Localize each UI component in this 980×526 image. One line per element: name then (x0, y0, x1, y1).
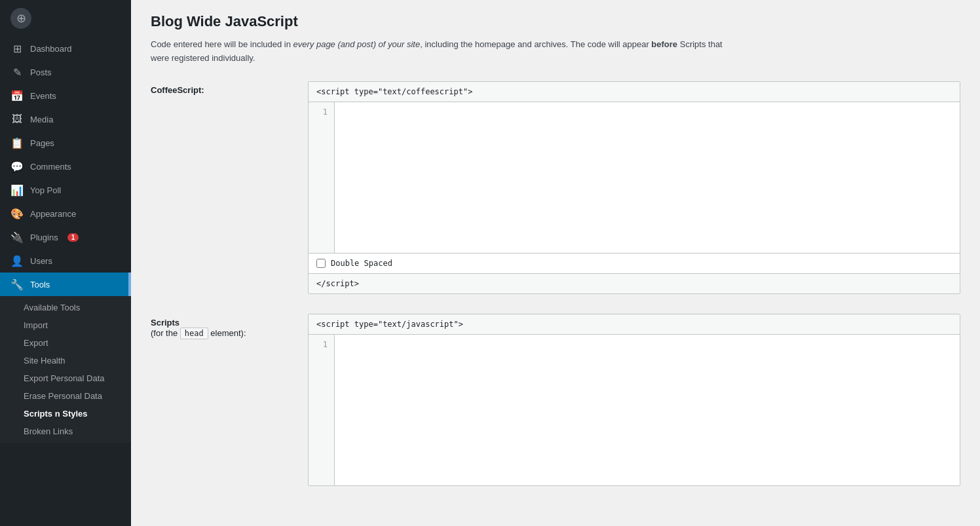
sidebar-item-label: Users (30, 256, 52, 266)
sidebar-item-users[interactable]: 👤 Users (0, 249, 131, 272)
sidebar-item-label: Pages (30, 138, 54, 148)
sidebar-item-events[interactable]: 📅 Events (0, 84, 131, 107)
sidebar-item-appearance[interactable]: 🎨 Appearance (0, 202, 131, 225)
posts-icon: ✎ (10, 66, 24, 79)
comments-icon: 💬 (10, 160, 24, 173)
wp-logo-icon: ⊕ (10, 8, 31, 29)
sidebar-item-label: Dashboard (30, 44, 72, 54)
sidebar-item-export[interactable]: Export (0, 334, 131, 352)
double-spaced-checkbox[interactable] (316, 259, 326, 268)
sidebar-item-broken-links[interactable]: Broken Links (0, 423, 131, 440)
double-spaced-label: Double Spaced (331, 259, 392, 268)
scripts-head-editor: <script type="text/javascript"> 1 (308, 314, 960, 486)
yop-poll-icon: 📊 (10, 183, 24, 197)
sidebar-item-label: Appearance (30, 209, 76, 219)
sidebar-item-label: Tools (30, 280, 50, 290)
coffeescript-checkbox-row: Double Spaced (309, 253, 960, 274)
coffeescript-line-numbers: 1 (309, 102, 335, 253)
coffeescript-footer: </script> (309, 274, 960, 293)
plugins-badge: 1 (67, 233, 79, 242)
sidebar-item-label: Media (30, 115, 53, 124)
sidebar-item-erase-personal-data[interactable]: Erase Personal Data (0, 387, 131, 405)
plugins-icon: 🔌 (10, 231, 24, 244)
sidebar-item-available-tools[interactable]: Available Tools (0, 299, 131, 316)
scripts-head-textarea[interactable] (335, 335, 960, 485)
sidebar-item-media[interactable]: 🖼 Media (0, 107, 131, 131)
sidebar-item-label: Yop Poll (30, 185, 61, 195)
tools-icon: 🔧 (10, 278, 24, 291)
scripts-head-row: Scripts (for the head element): <script … (151, 314, 960, 486)
sidebar-logo: ⊕ (0, 0, 131, 37)
coffeescript-body: 1 (309, 102, 960, 253)
scripts-head-label: Scripts (for the head element): (151, 314, 295, 339)
coffeescript-header: <script type="text/coffeescript"> (309, 82, 960, 102)
sidebar-item-yop-poll[interactable]: 📊 Yop Poll (0, 178, 131, 202)
coffeescript-textarea[interactable] (335, 102, 960, 253)
sidebar-item-label: Comments (30, 162, 71, 172)
scripts-head-body: 1 (309, 335, 960, 485)
sidebar-item-label: Plugins (30, 233, 58, 242)
sidebar-item-tools[interactable]: 🔧 Tools (0, 272, 131, 296)
pages-icon: 📋 (10, 136, 24, 149)
sidebar-item-export-personal-data[interactable]: Export Personal Data (0, 369, 131, 387)
coffeescript-row: CoffeeScript: <script type="text/coffees… (151, 81, 960, 294)
scripts-head-line-numbers: 1 (309, 335, 335, 485)
appearance-icon: 🎨 (10, 207, 24, 220)
sidebar-item-dashboard[interactable]: ⊞ Dashboard (0, 37, 131, 60)
users-icon: 👤 (10, 254, 24, 267)
events-icon: 📅 (10, 89, 24, 102)
scripts-head-label-sub: (for the head element): (151, 328, 246, 338)
head-badge: head (180, 328, 208, 339)
sidebar-item-pages[interactable]: 📋 Pages (0, 131, 131, 155)
media-icon: 🖼 (10, 113, 24, 126)
page-title: Blog Wide JavaScript (151, 13, 960, 30)
sidebar-item-site-health[interactable]: Site Health (0, 352, 131, 369)
page-description: Code entered here will be included in ev… (151, 38, 740, 66)
scripts-head-header: <script type="text/javascript"> (309, 314, 960, 335)
sidebar-item-plugins[interactable]: 🔌 Plugins 1 (0, 225, 131, 249)
sidebar-item-comments[interactable]: 💬 Comments (0, 155, 131, 178)
tools-submenu: Available Tools Import Export Site Healt… (0, 296, 131, 443)
coffeescript-editor: <script type="text/coffeescript"> 1 Doub… (308, 81, 960, 294)
sidebar: ⊕ ⊞ Dashboard ✎ Posts 📅 Events 🖼 Media 📋… (0, 0, 131, 526)
coffeescript-label: CoffeeScript: (151, 81, 295, 95)
sidebar-item-scripts-n-styles[interactable]: Scripts n Styles (0, 405, 131, 423)
sidebar-item-posts[interactable]: ✎ Posts (0, 60, 131, 84)
sidebar-item-label: Posts (30, 67, 52, 77)
dashboard-icon: ⊞ (10, 42, 24, 55)
sidebar-item-label: Events (30, 91, 56, 101)
sidebar-item-import[interactable]: Import (0, 316, 131, 334)
main-content: Blog Wide JavaScript Code entered here w… (131, 0, 980, 526)
